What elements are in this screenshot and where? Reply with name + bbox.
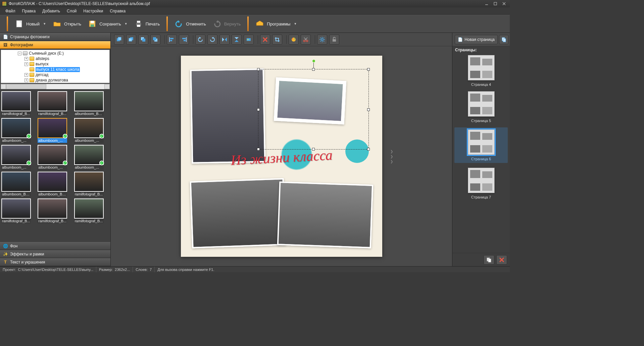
photo-thumbnail[interactable]: albumboom_B7... bbox=[74, 91, 109, 116]
new-button[interactable]: Новый ▼ bbox=[11, 17, 49, 31]
collage-photo[interactable] bbox=[190, 68, 265, 164]
resize-handle[interactable] bbox=[312, 68, 315, 71]
bring-front-button[interactable] bbox=[114, 35, 124, 45]
photo-thumbnail[interactable]: ✓albumboom_... bbox=[1, 145, 36, 170]
align-left-button[interactable] bbox=[167, 35, 177, 45]
resize-handle[interactable] bbox=[257, 148, 260, 151]
expand-arrow[interactable]: ❯ bbox=[390, 160, 393, 163]
resize-handle[interactable] bbox=[367, 148, 370, 151]
send-back-button[interactable] bbox=[150, 35, 160, 45]
align-right-button[interactable] bbox=[179, 35, 189, 45]
duplicate-page-button[interactable] bbox=[499, 35, 508, 44]
page-thumb-image[interactable] bbox=[468, 91, 495, 117]
photo-thumbnail[interactable]: ✓albumboom_... bbox=[74, 145, 109, 170]
photo-thumbnail[interactable]: ramilfotograf_B... bbox=[38, 91, 72, 116]
tab-photos[interactable]: 🖼 Фотографии bbox=[0, 41, 110, 49]
menu-settings[interactable]: Настройки bbox=[80, 8, 106, 14]
tree-horizontal-scrollbar[interactable] bbox=[1, 84, 110, 89]
thumbnail-image[interactable] bbox=[74, 91, 104, 111]
chevron-down-icon[interactable]: ▼ bbox=[294, 22, 297, 25]
open-button[interactable]: Открыть bbox=[49, 17, 85, 31]
tree-node-selected[interactable]: выпуск 11 класс школа bbox=[1, 67, 109, 72]
folder-tree[interactable]: −Съемный диск (E:) +allsteps +выпуск вып… bbox=[1, 50, 110, 83]
copy-page-button[interactable] bbox=[484, 255, 494, 265]
print-button[interactable]: Печать bbox=[131, 17, 163, 31]
menu-help[interactable]: Справка bbox=[106, 8, 129, 14]
photo-thumbnail[interactable]: albumboom_B5... bbox=[1, 172, 36, 196]
minimize-button[interactable] bbox=[483, 1, 490, 6]
tree-node[interactable]: +детсад bbox=[1, 72, 109, 77]
photo-thumbnail[interactable]: ✓albumboom_... bbox=[74, 118, 109, 143]
photo-thumbnail[interactable]: ✓albumboom_... bbox=[1, 118, 36, 143]
tab-effects[interactable]: ✨ Эффекты и рамки bbox=[0, 250, 110, 258]
photo-thumbnail[interactable]: albumboom_B5... bbox=[38, 172, 72, 196]
photo-thumbnail[interactable]: ✓albumboom_... bbox=[38, 145, 72, 170]
collage-photo[interactable] bbox=[190, 178, 286, 248]
thumbnail-image[interactable]: ✓ bbox=[1, 145, 31, 165]
thumbnail-image[interactable]: ✓ bbox=[74, 118, 104, 138]
delete-button[interactable] bbox=[260, 35, 270, 45]
expand-arrow[interactable]: ❯ bbox=[390, 150, 393, 153]
chevron-down-icon[interactable]: ▼ bbox=[43, 22, 46, 25]
pages-list[interactable]: Страница 4Страница 5Страница 6Страница 7 bbox=[452, 54, 510, 253]
thumbnail-image[interactable] bbox=[1, 172, 31, 192]
thumbnail-image[interactable] bbox=[1, 198, 31, 219]
delete-page-button[interactable] bbox=[496, 255, 507, 265]
page-thumb-image[interactable] bbox=[468, 55, 495, 80]
bring-forward-button[interactable] bbox=[126, 35, 136, 45]
resize-handle[interactable] bbox=[367, 108, 370, 111]
page-thumb-image[interactable] bbox=[468, 168, 495, 193]
menu-file[interactable]: Файл bbox=[2, 8, 19, 14]
menu-edit[interactable]: Правка bbox=[19, 8, 39, 14]
flip-horizontal-button[interactable] bbox=[219, 35, 230, 45]
canvas[interactable]: Из жизни класса ❯ ❯ bbox=[111, 46, 452, 266]
menu-layer[interactable]: Слой bbox=[63, 8, 80, 14]
redo-button[interactable]: Вернуть bbox=[209, 17, 244, 31]
photo-thumbnail[interactable]: ramilfotograf_B... bbox=[74, 172, 109, 196]
photo-thumbnail[interactable]: ramilfotograf_B... bbox=[1, 91, 36, 116]
collage-photo[interactable] bbox=[277, 181, 373, 248]
new-page-button[interactable]: 📄 Новая страница bbox=[455, 35, 498, 44]
menu-add[interactable]: Добавить bbox=[39, 8, 63, 14]
rotate-handle[interactable] bbox=[312, 59, 315, 63]
tab-background[interactable]: 🌐 Фон bbox=[0, 242, 110, 250]
page-thumb-image[interactable] bbox=[468, 129, 495, 155]
save-button[interactable]: Сохранить ▼ bbox=[85, 17, 131, 31]
photo-thumbnails[interactable]: ramilfotograf_B...ramilfotograf_B...albu… bbox=[0, 90, 110, 242]
page-thumbnail[interactable]: Страница 6 bbox=[454, 127, 508, 163]
close-button[interactable] bbox=[500, 1, 508, 6]
thumbnail-image[interactable] bbox=[1, 91, 31, 111]
chevron-down-icon[interactable]: ▼ bbox=[125, 22, 128, 25]
programs-button[interactable]: Программы ▼ bbox=[252, 17, 300, 31]
send-backward-button[interactable] bbox=[138, 35, 148, 45]
thumbnail-image[interactable] bbox=[74, 172, 104, 192]
flip-vertical-button[interactable] bbox=[232, 35, 242, 45]
page-thumbnail[interactable]: Страница 7 bbox=[454, 168, 508, 199]
resize-handle[interactable] bbox=[257, 108, 260, 111]
fit-button[interactable] bbox=[244, 35, 254, 45]
crop-button[interactable] bbox=[272, 35, 282, 45]
photo-thumbnail[interactable]: ramilfotograf_B... bbox=[38, 198, 72, 223]
tree-node[interactable]: +диана долматова bbox=[1, 77, 109, 83]
photo-thumbnail[interactable]: ✓albumboom_... bbox=[38, 118, 72, 143]
thumbnail-image[interactable]: ✓ bbox=[1, 118, 31, 138]
thumbnail-image[interactable]: ✓ bbox=[38, 145, 67, 165]
maximize-button[interactable] bbox=[492, 1, 499, 6]
collage-page[interactable]: Из жизни класса bbox=[181, 56, 382, 257]
page-thumbnail[interactable]: Страница 5 bbox=[454, 91, 508, 123]
photo-thumbnail[interactable]: ramilfotograf_B... bbox=[74, 198, 109, 223]
resize-handle[interactable] bbox=[257, 68, 260, 71]
tree-node[interactable]: +выпуск bbox=[1, 61, 109, 67]
settings-button[interactable] bbox=[317, 35, 327, 45]
resize-handle[interactable] bbox=[312, 148, 315, 151]
photo-thumbnail[interactable]: ramilfotograf_B... bbox=[1, 198, 36, 223]
thumbnail-image[interactable] bbox=[38, 172, 67, 192]
page-thumbnail[interactable]: Страница 4 bbox=[454, 55, 508, 86]
tab-photobook-pages[interactable]: 📄 Страницы фотокниги bbox=[0, 33, 110, 41]
thumbnail-image[interactable]: ✓ bbox=[38, 118, 67, 138]
cut-button[interactable] bbox=[301, 35, 311, 45]
thumbnail-image[interactable] bbox=[38, 91, 67, 111]
rotate-right-button[interactable] bbox=[207, 35, 217, 45]
rotate-left-button[interactable] bbox=[195, 35, 205, 45]
tree-node-drive[interactable]: −Съемный диск (E:) bbox=[1, 51, 109, 56]
